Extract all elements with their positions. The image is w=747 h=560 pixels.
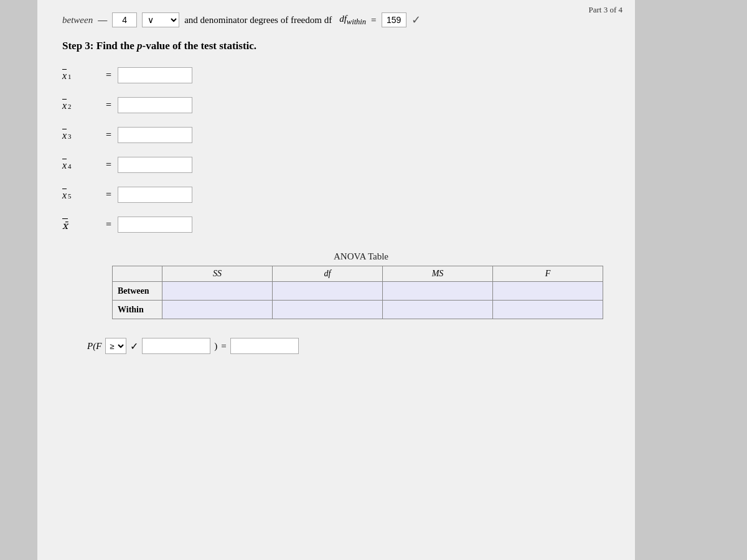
between-label: between — [62, 15, 93, 26]
anova-between-f-input[interactable] — [493, 282, 603, 300]
var-label-2: x2 — [62, 99, 100, 111]
part-label: Part 3 of 4 — [588, 5, 622, 15]
var-input-5[interactable] — [118, 187, 192, 203]
var-row-3: x3 = — [62, 127, 610, 143]
variables-section: x1 = x2 = x3 = x4 = — [62, 67, 610, 233]
df-description: and denominator degrees of freedom df — [184, 15, 332, 26]
checkmark-pvalue: ✓ — [130, 340, 138, 352]
var-input-grand[interactable] — [118, 217, 192, 233]
var-input-4[interactable] — [118, 157, 192, 173]
df-equals: = — [371, 15, 376, 26]
anova-within-df-input[interactable] — [273, 301, 382, 319]
anova-between-df[interactable] — [273, 282, 383, 301]
df-within-subscript: dfwithin — [339, 14, 366, 27]
var-label-4: x4 — [62, 159, 100, 171]
anova-row-between: Between — [113, 282, 603, 301]
pvalue-result-input[interactable] — [230, 338, 299, 354]
anova-between-df-input[interactable] — [273, 282, 382, 300]
dash-label: — — [98, 15, 107, 26]
var-row-5: x5 = — [62, 187, 610, 203]
anova-within-ms-input[interactable] — [383, 301, 492, 319]
pf-label: P(F — [87, 341, 101, 352]
var-label-1: x1 — [62, 69, 100, 82]
anova-within-ms[interactable] — [383, 301, 493, 319]
step-title: Step 3: Find the p-value of the test sta… — [62, 40, 610, 52]
anova-within-ss[interactable] — [162, 301, 273, 319]
pvalue-eq-sign: = — [221, 341, 226, 352]
var-label-grand: x̄ — [62, 218, 100, 231]
var-row-2: x2 = — [62, 97, 610, 113]
anova-within-f-input[interactable] — [493, 301, 603, 319]
var-input-2[interactable] — [118, 97, 192, 113]
anova-table: SS df MS F Between Within — [112, 266, 603, 319]
anova-section: ANOVA Table SS df MS F Between — [112, 251, 610, 319]
anova-between-ms-input[interactable] — [383, 282, 492, 300]
var-input-3[interactable] — [118, 127, 192, 143]
pvalue-equals: ) — [214, 341, 217, 352]
anova-between-ss[interactable] — [162, 282, 273, 301]
operator-dropdown[interactable]: ≥ > ≤ < — [105, 338, 126, 354]
anova-row-between-label: Between — [113, 282, 162, 301]
df-within-input[interactable] — [382, 12, 406, 27]
anova-within-ss-input[interactable] — [162, 301, 272, 319]
anova-header-row — [113, 266, 162, 282]
anova-row-within: Within — [113, 301, 603, 319]
var-input-1[interactable] — [118, 67, 192, 83]
anova-between-ss-input[interactable] — [162, 282, 272, 300]
var-label-3: x3 — [62, 129, 100, 141]
var-row-4: x4 = — [62, 157, 610, 173]
var-label-5: x5 — [62, 189, 100, 201]
anova-col-ss: SS — [162, 266, 273, 282]
anova-within-df[interactable] — [273, 301, 383, 319]
pvalue-f-input[interactable] — [142, 338, 210, 354]
var-row-grand: x̄ = — [62, 217, 610, 233]
df-between-dropdown[interactable]: ∨ — [142, 12, 179, 27]
df-between-input[interactable] — [112, 12, 137, 27]
anova-col-ms: MS — [383, 266, 493, 282]
anova-between-ms[interactable] — [383, 282, 493, 301]
pvalue-section: P(F ≥ > ≤ < ✓ ) = — [87, 338, 610, 354]
anova-between-f[interactable] — [493, 282, 603, 301]
var-row-1: x1 = — [62, 67, 610, 83]
anova-col-df: df — [273, 266, 383, 282]
anova-row-within-label: Within — [113, 301, 162, 319]
anova-within-f[interactable] — [493, 301, 603, 319]
anova-col-f: F — [493, 266, 603, 282]
checkmark-icon: ✓ — [411, 13, 421, 27]
anova-title: ANOVA Table — [112, 251, 610, 262]
